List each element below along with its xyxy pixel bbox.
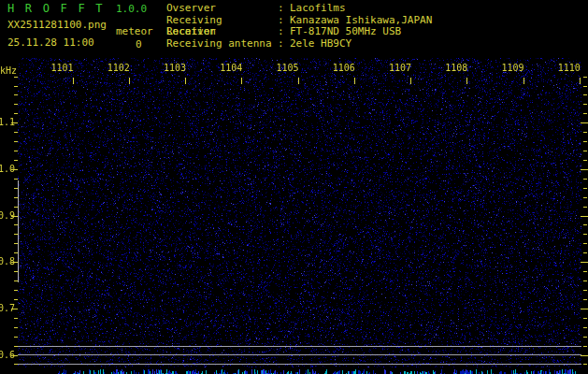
info-value: FT-817ND 50MHz USB	[290, 26, 401, 38]
time-tick-label: 1110	[558, 63, 581, 74]
spectrogram	[18, 58, 581, 367]
time-tick-label: 1104	[220, 63, 242, 74]
info-row: Receiver: FT-817ND 50MHz USB	[166, 26, 432, 38]
time-tick-label: 1109	[501, 63, 523, 74]
freq-unit-label: kHz	[0, 65, 17, 76]
mode-label: meteor	[116, 26, 153, 37]
freq-tick-label: 1.0	[0, 164, 15, 174]
freq-tick-label: 0.8	[0, 256, 15, 266]
app-title: H R O F F T	[7, 3, 105, 14]
freq-tick-label: 0.7	[0, 303, 15, 313]
hrofft-window: H R O F F T 1.0.0 XX2511281100.png meteo…	[0, 0, 588, 374]
time-tick-label: 1107	[389, 63, 411, 74]
info-colon: :	[278, 3, 290, 15]
freq-tick-label: 0.6	[0, 350, 15, 360]
time-tick-label: 1105	[276, 63, 298, 74]
info-label: Receiver	[166, 26, 278, 38]
info-label: Ovserver	[166, 3, 278, 15]
output-filename: XX2511281100.png	[7, 20, 107, 31]
time-tick-label: 1103	[164, 63, 186, 74]
info-row: Ovserver: Lacofilms	[166, 3, 432, 15]
freq-tick-label: 0.9	[0, 210, 15, 221]
station-info-block: Ovserver: LacofilmsReceiving Location: K…	[166, 3, 432, 50]
info-row: Receiving antenna: 2ele HB9CY	[166, 38, 432, 50]
app-version: 1.0.0	[116, 4, 147, 15]
time-tick-label: 1108	[445, 63, 467, 74]
info-colon: :	[278, 38, 290, 50]
datetime-label: 25.11.28 11:00	[7, 37, 94, 49]
freq-tick-label: 1.1	[0, 117, 15, 127]
info-value: Lacofilms	[290, 3, 346, 15]
time-tick-label: 1106	[333, 63, 355, 74]
time-tick-label: 1102	[108, 63, 130, 74]
info-colon: :	[278, 26, 290, 38]
info-value: 2ele HB9CY	[290, 38, 351, 50]
time-tick-label: 1101	[50, 63, 73, 74]
echo-count: 0	[136, 39, 142, 50]
info-label: Receiving antenna	[166, 38, 278, 50]
activity-level-strip	[18, 367, 581, 374]
